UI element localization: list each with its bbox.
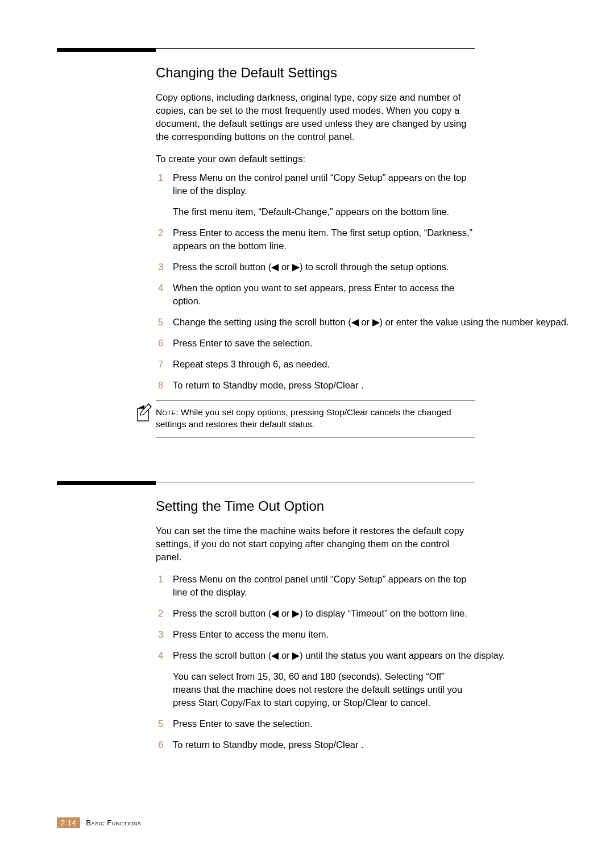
section-changing-defaults: Changing the Default Settings Copy optio…: [156, 65, 475, 392]
step-text: Press the scroll button (◀ or ▶) to scro…: [173, 262, 449, 272]
step-item: Press Enter to access the menu item.: [156, 628, 475, 641]
step-text: When the option you want to set appears,…: [173, 283, 454, 306]
step-item: To return to Standby mode, press Stop/Cl…: [156, 379, 475, 392]
note-label: Note: [156, 407, 176, 417]
step-item: Press the scroll button (◀ or ▶) to scro…: [156, 261, 475, 274]
section-rule: [57, 48, 475, 49]
step-text: Press Enter to save the selection.: [173, 718, 313, 729]
step-text: Press Menu on the control panel until “C…: [173, 574, 466, 597]
section-timeout: Setting the Time Out Option You can set …: [156, 498, 475, 751]
note-block: Note: While you set copy options, pressi…: [156, 400, 475, 437]
steps-list-s2: Press Menu on the control panel until “C…: [156, 573, 475, 751]
step-text: Press Menu on the control panel until “C…: [173, 172, 466, 196]
section-rule: [57, 482, 475, 482]
heading-changing-defaults: Changing the Default Settings: [156, 65, 475, 81]
section-accent-bar: [57, 48, 156, 52]
manual-page: Changing the Default Settings Copy optio…: [0, 0, 614, 868]
step-subtext: The first menu item, “Default-Change,” a…: [173, 205, 475, 218]
step-text: Press Enter to save the selection.: [173, 338, 313, 348]
step-text: Press the scroll button (◀ or ▶) to disp…: [173, 608, 467, 618]
intro-paragraph: Copy options, including darkness, origin…: [156, 91, 475, 143]
step-text: To return to Standby mode, press Stop/Cl…: [173, 380, 364, 390]
step-item: Press the scroll button (◀ or ▶) to disp…: [156, 607, 475, 620]
note-pencil-icon: [136, 403, 152, 422]
step-item: To return to Standby mode, press Stop/Cl…: [156, 738, 475, 751]
step-item: Press the scroll button (◀ or ▶) until t…: [156, 649, 475, 709]
step-item: Press Enter to save the selection.: [156, 337, 475, 350]
step-item: Press Enter to access the menu item. The…: [156, 226, 475, 253]
page-number: 2.14: [57, 817, 80, 828]
step-text: Press Enter to access the menu item. The…: [173, 228, 472, 251]
footer-section-label: Basic Functions: [86, 819, 141, 827]
step-item: Press Menu on the control panel until “C…: [156, 171, 475, 218]
step-text: To return to Standby mode, press Stop/Cl…: [173, 739, 364, 750]
step-item: When the option you want to set appears,…: [156, 282, 475, 308]
intro-paragraph: You can set the time the machine waits b…: [156, 524, 475, 564]
section-spacer: [57, 437, 475, 482]
step-item: Press Menu on the control panel until “C…: [156, 573, 475, 599]
step-text: Repeat steps 3 through 6, as needed.: [173, 359, 330, 369]
step-item: Press Enter to save the selection.: [156, 717, 475, 730]
step-item: Repeat steps 3 through 6, as needed.: [156, 358, 475, 371]
step-text: Press the scroll button (◀ or ▶) until t…: [173, 650, 505, 660]
page-footer: 2.14 Basic Functions: [57, 817, 142, 828]
note-text: : While you set copy options, pressing S…: [156, 407, 451, 429]
step-subtext: You can select from 15, 30, 60 and 180 (…: [173, 670, 475, 709]
steps-list-s1: Press Menu on the control panel until “C…: [156, 171, 475, 392]
heading-timeout: Setting the Time Out Option: [156, 498, 475, 514]
section-accent-bar: [57, 481, 156, 485]
lead-in: To create your own default settings:: [156, 152, 475, 166]
step-text: Change the setting using the scroll butt…: [173, 317, 569, 327]
step-item: Change the setting using the scroll butt…: [156, 316, 475, 329]
section-divider: [156, 48, 475, 49]
step-text: Press Enter to access the menu item.: [173, 629, 329, 639]
section-divider: [156, 482, 475, 482]
